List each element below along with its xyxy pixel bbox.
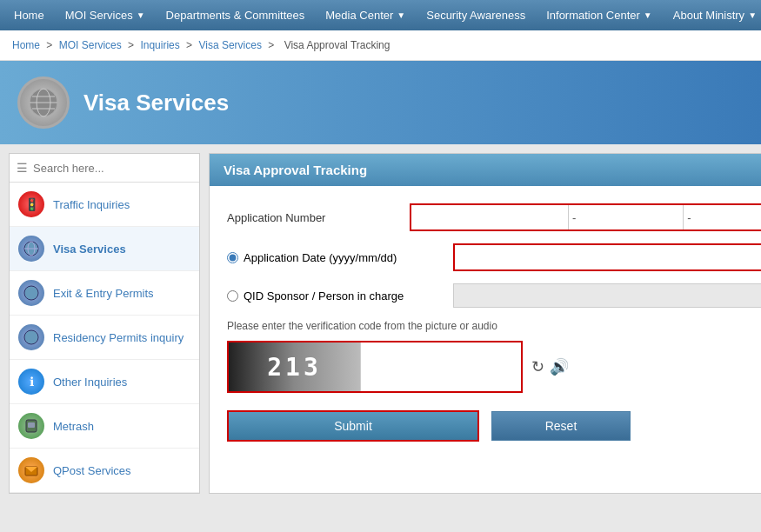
app-number-field-1[interactable] (411, 205, 569, 229)
qid-row: QID Sponsor / Person in charge (227, 283, 761, 308)
exit-entry-icon (18, 280, 44, 306)
nav-home[interactable]: Home (3, 0, 55, 30)
panel-header: Visa Approval Tracking (210, 154, 761, 186)
application-date-row: Application Date (yyyy/mm/dd) 📅 (227, 243, 761, 271)
panel-body: Application Number - - Application Date … (210, 186, 761, 459)
search-input[interactable] (33, 162, 192, 175)
captcha-note: Please enter the verification code from … (227, 320, 761, 332)
page-title: Visa Services (83, 90, 229, 116)
sidebar-label-residency: Residency Permits inquiry (53, 331, 184, 344)
qid-label: QID Sponsor / Person in charge (244, 289, 404, 303)
sidebar-label-exit-entry: Exit & Entry Permits (53, 287, 154, 300)
breadcrumb-sep2: > (128, 39, 137, 51)
nav-media-center[interactable]: Media Center ▼ (315, 0, 416, 30)
application-number-row: Application Number - - (227, 203, 761, 231)
top-navigation: Home MOI Services ▼ Departments & Commit… (0, 0, 761, 30)
svg-rect-11 (28, 422, 35, 428)
sidebar-item-exit-entry[interactable]: Exit & Entry Permits (10, 271, 199, 316)
visa-globe-icon (28, 87, 59, 118)
reset-button[interactable]: Reset (491, 411, 631, 441)
captcha-row: 213 ↻ 🔊 (227, 341, 761, 393)
search-icon: ☰ (17, 161, 28, 175)
qid-radio-label: QID Sponsor / Person in charge (227, 289, 444, 303)
residency-icon (18, 324, 44, 350)
breadcrumb: Home > MOI Services > Inquiries > Visa S… (0, 30, 761, 61)
banner-icon (17, 76, 70, 129)
sidebar: ☰ 🚦 Traffic Inquiries Visa Services Exit… (9, 153, 200, 494)
traffic-icon: 🚦 (18, 191, 44, 217)
breadcrumb-visa-services[interactable]: Visa Services (198, 39, 261, 51)
visa-icon (18, 236, 44, 262)
nav-information-center[interactable]: Information Center ▼ (536, 0, 663, 30)
metrash-icon (18, 413, 44, 439)
sidebar-search-bar[interactable]: ☰ (10, 154, 199, 183)
submit-button[interactable]: Submit (227, 410, 479, 442)
sidebar-item-traffic[interactable]: 🚦 Traffic Inquiries (10, 183, 199, 227)
qpost-icon (18, 457, 44, 483)
breadcrumb-current: Visa Approval Tracking (284, 39, 391, 51)
app-number-label: Application Number (227, 211, 401, 224)
breadcrumb-moi[interactable]: MOI Services (59, 39, 122, 51)
form-buttons-row: Submit Reset (227, 410, 761, 442)
breadcrumb-sep3: > (186, 39, 195, 51)
breadcrumb-sep1: > (46, 39, 55, 51)
captcha-input[interactable] (360, 341, 521, 393)
app-number-field-3[interactable] (695, 205, 761, 229)
sidebar-item-other[interactable]: ℹ Other Inquiries (10, 360, 199, 404)
nav-departments[interactable]: Departments & Committees (156, 0, 316, 30)
media-center-arrow: ▼ (397, 10, 405, 20)
app-date-label: Application Date (yyyy/mm/dd) (244, 251, 397, 264)
app-date-radio-label: Application Date (yyyy/mm/dd) (227, 251, 444, 264)
captcha-audio-button[interactable]: 🔊 (550, 357, 569, 376)
nav-about-ministry[interactable]: About Ministry ▼ (663, 0, 761, 30)
svg-point-8 (24, 286, 38, 300)
sidebar-label-metrash: Metrash (53, 420, 94, 433)
page-banner: Visa Services (0, 61, 761, 144)
app-date-input-wrapper: 📅 (453, 243, 761, 271)
info-center-arrow: ▼ (644, 10, 652, 20)
nav-security-awareness[interactable]: Security Awareness (416, 0, 536, 30)
sidebar-item-visa[interactable]: Visa Services (10, 227, 199, 271)
nav-moi-services[interactable]: MOI Services ▼ (55, 0, 156, 30)
sidebar-label-other: Other Inquiries (53, 376, 127, 389)
moi-services-arrow: ▼ (137, 10, 145, 20)
sidebar-item-residency[interactable]: Residency Permits inquiry (10, 316, 199, 360)
app-date-radio[interactable] (227, 252, 238, 263)
captcha-box: 213 (227, 341, 523, 393)
sidebar-label-traffic: Traffic Inquiries (53, 198, 130, 211)
svg-point-9 (24, 330, 38, 344)
main-panel: Visa Approval Tracking Application Numbe… (209, 153, 761, 494)
captcha-image: 213 (229, 341, 360, 393)
breadcrumb-home[interactable]: Home (12, 39, 40, 51)
about-arrow: ▼ (748, 10, 757, 20)
separator-2: - (684, 211, 694, 224)
panel-title: Visa Approval Tracking (224, 163, 367, 177)
sidebar-item-qpost[interactable]: QPost Services (10, 449, 199, 493)
sidebar-item-metrash[interactable]: Metrash (10, 404, 199, 449)
breadcrumb-inquiries[interactable]: Inquiries (140, 39, 179, 51)
qid-radio[interactable] (227, 290, 238, 302)
other-inquiries-icon: ℹ (18, 369, 44, 395)
content-area: ☰ 🚦 Traffic Inquiries Visa Services Exit… (0, 144, 761, 502)
sidebar-label-visa: Visa Services (53, 243, 126, 256)
separator-1: - (569, 211, 579, 224)
application-number-group: - - (410, 203, 761, 231)
app-date-field[interactable] (455, 245, 761, 269)
captcha-refresh-button[interactable]: ↻ (531, 357, 544, 376)
sidebar-label-qpost: QPost Services (53, 464, 131, 477)
captcha-controls: ↻ 🔊 (531, 357, 569, 376)
qid-field[interactable] (453, 283, 761, 308)
breadcrumb-sep4: > (268, 39, 277, 51)
app-number-field-2[interactable] (579, 205, 684, 229)
